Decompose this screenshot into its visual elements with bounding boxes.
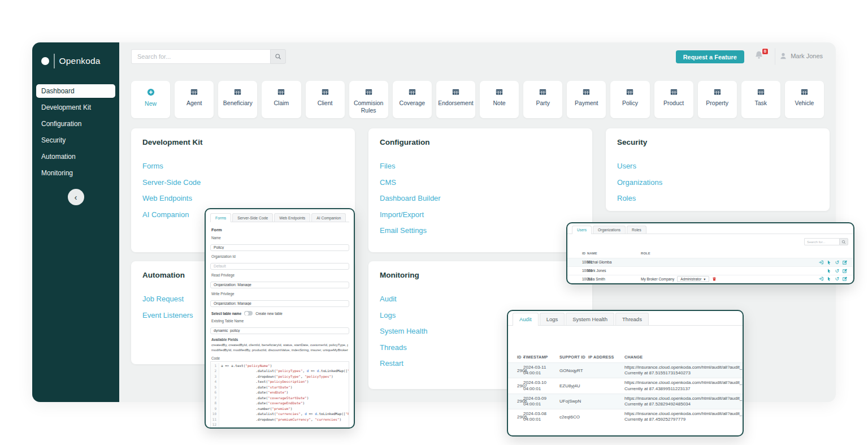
entity-button-claim[interactable]: Claim <box>262 81 301 118</box>
sidebar-item-development-kit[interactable]: Development Kit <box>36 101 115 114</box>
entity-button-policy[interactable]: Policy <box>610 81 649 118</box>
impersonate-button[interactable] <box>819 260 823 265</box>
entity-button-commision-rules[interactable]: Commision Rules <box>349 81 388 118</box>
sidebar-item-dashboard[interactable]: Dashboard <box>36 84 115 98</box>
tab-server-side-code[interactable]: Server-Side Code <box>232 213 273 222</box>
entity-label: Property <box>706 100 728 107</box>
role-dropdown[interactable]: Administrator▾ <box>677 276 709 282</box>
link-web-endpoints[interactable]: Web Endpoints <box>142 194 344 202</box>
link-import-export[interactable]: Import/Export <box>380 210 581 219</box>
sidebar-item-monitoring[interactable]: Monitoring <box>36 166 115 180</box>
tab-organizations[interactable]: Organizations <box>593 226 626 234</box>
search-icon <box>275 53 281 60</box>
brand-logo[interactable]: Openkoda <box>32 42 119 75</box>
tab-audit[interactable]: Audit <box>513 313 539 325</box>
select-button[interactable] <box>827 269 831 273</box>
tab-roles[interactable]: Roles <box>627 226 646 234</box>
notifications-button[interactable]: 0 <box>754 50 765 61</box>
entity-button-coverage[interactable]: Coverage <box>393 81 432 118</box>
column-change[interactable]: CHANGE <box>624 355 743 360</box>
code-horizontal-scrollbar[interactable] <box>220 428 347 429</box>
read-privilege-select[interactable] <box>210 282 349 288</box>
search-input[interactable] <box>131 49 270 64</box>
entity-button-payment[interactable]: Payment <box>567 81 606 118</box>
edit-button[interactable] <box>843 269 847 273</box>
organization-id-field[interactable] <box>210 263 349 270</box>
tab-logs[interactable]: Logs <box>540 313 565 325</box>
search-button[interactable] <box>270 49 286 64</box>
entity-label: Note <box>493 100 505 107</box>
link-cms[interactable]: CMS <box>380 178 581 187</box>
edit-icon <box>843 260 847 265</box>
entity-button-product[interactable]: Product <box>654 81 693 118</box>
link-email-settings[interactable]: Email Settings <box>380 226 581 235</box>
read-privilege-label: Read Privilege <box>211 273 348 277</box>
tab-forms[interactable]: Forms <box>210 213 231 222</box>
history-button[interactable]: ↺ <box>835 276 839 281</box>
tab-threads[interactable]: Threads <box>615 313 649 325</box>
link-forms[interactable]: Forms <box>142 162 344 170</box>
existing-table-name-field[interactable] <box>210 327 349 334</box>
create-new-table-toggle[interactable] <box>244 311 253 316</box>
sidebar-item-automation[interactable]: Automation <box>36 150 115 163</box>
link-files[interactable]: Files <box>380 162 581 170</box>
column-role[interactable]: ROLE <box>641 252 853 255</box>
audit-row: 2907 2024-03-1004:00:01 EZU8yj4U https:/… <box>508 378 743 393</box>
available-fields-label: Available Fields <box>211 338 348 342</box>
entity-button-note[interactable]: Note <box>480 81 519 118</box>
entity-button-vehicle[interactable]: Vehicle <box>785 81 824 118</box>
column-id-sort[interactable]: ID▼ <box>508 355 523 360</box>
name-field[interactable] <box>210 244 349 251</box>
audit-id: 2908 <box>508 368 523 373</box>
select-button[interactable] <box>827 260 831 265</box>
notification-badge: 0 <box>762 48 769 55</box>
select-button[interactable] <box>827 276 831 281</box>
link-server-side-code[interactable]: Server-Side Code <box>142 178 344 187</box>
history-button[interactable]: ↺ <box>835 260 839 265</box>
write-privilege-select[interactable] <box>210 300 349 307</box>
tab-web-endpoints[interactable]: Web Endpoints <box>274 213 310 222</box>
users-search-input[interactable] <box>804 238 839 245</box>
link-dashboard-builder[interactable]: Dashboard Builder <box>380 194 581 202</box>
audit-id: 2905 <box>508 414 523 420</box>
sidebar-item-configuration[interactable]: Configuration <box>36 117 115 131</box>
entity-button-client[interactable]: Client <box>306 81 345 118</box>
link-roles[interactable]: Roles <box>617 194 818 202</box>
code-lines: 1a => a.text("policyName")2 .datalist("p… <box>211 363 349 427</box>
tab-system-health[interactable]: System Health <box>566 313 614 325</box>
user-id: 10001 <box>567 260 587 264</box>
entity-button-new[interactable]: New <box>131 81 170 118</box>
request-feature-button[interactable]: Request a Feature <box>676 50 744 63</box>
code-editor[interactable]: 1a => a.text("policyName")2 .datalist("p… <box>210 361 349 429</box>
entity-button-beneficiary[interactable]: Beneficiary <box>218 81 257 118</box>
user-row: 10000 Mark Jones ↺ <box>567 266 853 275</box>
entity-button-agent[interactable]: Agent <box>175 81 214 118</box>
link-users[interactable]: Users <box>617 162 818 170</box>
column-support-id[interactable]: SUPPORT ID <box>559 355 588 360</box>
edit-button[interactable] <box>843 260 847 265</box>
column-id[interactable]: ID <box>567 252 587 255</box>
entity-label: Task <box>755 100 767 107</box>
table-icon <box>714 88 721 96</box>
edit-button[interactable] <box>843 276 847 281</box>
sidebar-collapse-button[interactable]: ‹ <box>68 189 84 205</box>
impersonate-button[interactable] <box>819 276 823 281</box>
sidebar-item-security[interactable]: Security <box>36 133 115 147</box>
delete-role-button[interactable] <box>712 276 717 281</box>
link-organizations[interactable]: Organizations <box>617 178 818 187</box>
column-ip-address[interactable]: IP ADDRESS <box>588 355 624 360</box>
user-menu[interactable]: Mark Jones <box>779 52 823 60</box>
tab-users[interactable]: Users <box>572 226 592 234</box>
link-audit[interactable]: Audit <box>380 295 581 303</box>
audit-change-detail: Currently at 87.43899511223137 <box>624 386 743 392</box>
history-button[interactable]: ↺ <box>835 269 839 273</box>
entity-button-endorsement[interactable]: Endorsement <box>436 81 475 118</box>
column-name[interactable]: NAME <box>587 252 641 255</box>
column-timestamp[interactable]: TIMESTAMP <box>523 355 559 360</box>
entity-button-property[interactable]: Property <box>698 81 737 118</box>
entity-button-party[interactable]: Party <box>523 81 562 118</box>
users-search-button[interactable] <box>839 238 848 245</box>
code-label: Code <box>211 356 348 360</box>
entity-button-task[interactable]: Task <box>741 81 780 118</box>
tab-ai-companion[interactable]: AI Companion <box>311 213 346 222</box>
